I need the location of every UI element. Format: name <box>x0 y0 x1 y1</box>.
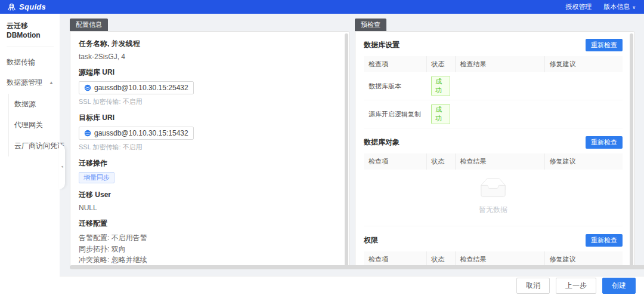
task-name-field: 任务名称, 并发线程 task-2SisGJ, 4 <box>79 39 338 61</box>
config-line: 告警配置: 不启用告警 <box>79 232 338 244</box>
sidebar: 云迁移 DBMotion 数据传输 数据源管理 ▲ 数据源 代理网关 云厂商访问… <box>0 14 60 295</box>
status-badge: 成功 <box>431 76 450 96</box>
precheck-panel: 预检查 数据库设置 重新检查 检查项 状态 检查结果 修复建议 <box>355 19 635 276</box>
field-label: 迁移操作 <box>79 158 338 168</box>
sidebar-collapse-handle[interactable]: ◂ <box>59 144 65 189</box>
task-name-value: task-2SisGJ, 4 <box>79 53 338 61</box>
config-card: 任务名称, 并发线程 task-2SisGJ, 4 源端库 URI gaussd… <box>70 31 350 269</box>
recheck-button[interactable]: 重新检查 <box>586 39 623 51</box>
empty-state: 暂无数据 <box>364 170 623 226</box>
migration-operation-field: 迁移操作 增量同步 <box>79 158 338 183</box>
migration-config-lines: 告警配置: 不启用告警 同步拓扑: 双向 冲突策略: 忽略并继续 是否过滤 DD… <box>79 232 338 269</box>
create-button[interactable]: 创建 <box>602 278 636 294</box>
top-nav: 授权管理 版本信息 ∨ <box>565 2 636 11</box>
sidebar-item-cloud-credentials[interactable]: 云厂商访问凭证 <box>14 136 54 156</box>
gaussdb-icon <box>84 130 91 137</box>
fix-suggestion <box>544 72 623 100</box>
sidebar-item-datasource-mgmt[interactable]: 数据源管理 ▲ <box>7 78 54 88</box>
field-label: 任务名称, 并发线程 <box>79 39 338 49</box>
main-content: 配置信息 任务名称, 并发线程 task-2SisGJ, 4 源端库 URI g… <box>60 14 644 276</box>
col-status: 状态 <box>426 56 455 72</box>
precheck-card: 数据库设置 重新检查 检查项 状态 检查结果 修复建议 数据库版本 成功 <box>355 31 635 269</box>
field-label: 源端库 URI <box>79 67 338 78</box>
source-ssl-note: SSL 加密传输: 不启用 <box>79 97 338 106</box>
tab-precheck[interactable]: 预检查 <box>355 19 386 31</box>
check-table: 检查项 状态 检查结果 修复建议 <box>364 153 623 170</box>
section-database-objects: 数据库对象 重新检查 检查项 状态 检查结果 修复建议 <box>364 136 623 226</box>
vertical-scrollbar[interactable] <box>345 33 348 266</box>
source-uri-field: 源端库 URI gaussdb@10.10.30.15:25432 SSL 加密… <box>79 67 338 106</box>
col-check-item: 检查项 <box>364 56 426 72</box>
check-item: 源库开启逻辑复制 <box>364 100 426 128</box>
sidebar-subgroup: 数据源 代理网关 云厂商访问凭证 <box>8 94 54 156</box>
section-database-settings: 数据库设置 重新检查 检查项 状态 检查结果 修复建议 数据库版本 成功 <box>364 39 623 128</box>
nav-license-label: 授权管理 <box>565 2 592 11</box>
previous-step-button[interactable]: 上一步 <box>556 278 596 294</box>
recheck-button[interactable]: 重新检查 <box>586 234 623 247</box>
table-row: 源库开启逻辑复制 成功 <box>364 100 623 128</box>
table-row: 数据库版本 成功 <box>364 72 623 100</box>
caret-up-icon: ▲ <box>49 80 54 85</box>
nav-version-label: 版本信息 <box>603 2 630 11</box>
col-check-result: 检查结果 <box>455 153 544 170</box>
target-uri-field: 目标库 URI gaussdb@10.10.30.15:15432 SSL 加密… <box>79 113 338 152</box>
sidebar-item-label: 数据传输 <box>7 57 35 67</box>
horizontal-scrollbar[interactable] <box>70 265 644 269</box>
config-line: 冲突策略: 忽略并继续 <box>79 254 338 266</box>
brand-name: Squids <box>19 2 46 11</box>
section-title: 数据库设置 <box>364 40 400 50</box>
col-check-item: 检查项 <box>364 153 426 170</box>
sidebar-item-datasource[interactable]: 数据源 <box>14 94 54 115</box>
status-badge: 成功 <box>431 104 450 124</box>
cancel-button[interactable]: 取消 <box>516 278 550 294</box>
squid-logo-icon <box>7 2 16 11</box>
check-item: 数据库版本 <box>364 72 426 100</box>
sidebar-item-data-transfer[interactable]: 数据传输 <box>7 57 54 67</box>
check-table: 检查项 状态 检查结果 修复建议 数据库版本 成功 源库开启逻 <box>364 56 623 128</box>
recheck-button[interactable]: 重新检查 <box>586 136 623 149</box>
config-panel: 配置信息 任务名称, 并发线程 task-2SisGJ, 4 源端库 URI g… <box>70 19 350 276</box>
nav-version[interactable]: 版本信息 ∨ <box>603 2 636 11</box>
target-uri-chip: gaussdb@10.10.30.15:15432 <box>79 127 194 140</box>
source-uri-chip: gaussdb@10.10.30.15:25432 <box>79 81 194 94</box>
section-permissions: 权限 重新检查 检查项 状态 检查结果 修复建议 读取目标端必要的系统表权限 <box>364 234 623 269</box>
incremental-sync-badge: 增量同步 <box>79 172 114 183</box>
sidebar-title: 云迁移 DBMotion <box>7 21 54 47</box>
col-fix-suggestion: 修复建议 <box>544 56 623 72</box>
col-status: 状态 <box>426 153 455 170</box>
fix-suggestion <box>544 100 623 128</box>
migration-user-field: 迁移 User NULL <box>79 190 338 212</box>
empty-inbox-icon <box>476 178 510 199</box>
vertical-scrollbar[interactable] <box>630 33 633 266</box>
section-title: 权限 <box>364 235 378 245</box>
empty-text: 暂无数据 <box>364 205 623 215</box>
col-fix-suggestion: 修复建议 <box>544 153 623 170</box>
footer-bar: 取消 上一步 创建 <box>60 276 644 295</box>
gaussdb-icon <box>84 84 91 91</box>
check-result <box>455 72 544 100</box>
migration-user-value: NULL <box>79 204 338 212</box>
sidebar-item-proxy-gateway[interactable]: 代理网关 <box>14 115 54 136</box>
section-title: 数据库对象 <box>364 137 400 148</box>
sidebar-item-label: 数据源管理 <box>7 78 42 88</box>
target-uri-text: gaussdb@10.10.30.15:15432 <box>94 129 188 137</box>
brand: Squids <box>7 2 46 11</box>
field-label: 目标库 URI <box>79 113 338 123</box>
migration-config-field: 迁移配置 告警配置: 不启用告警 同步拓扑: 双向 冲突策略: 忽略并继续 是否… <box>79 219 338 269</box>
field-label: 迁移配置 <box>79 219 338 229</box>
config-line: 同步拓扑: 双向 <box>79 244 338 255</box>
check-result <box>455 100 544 128</box>
field-label: 迁移 User <box>79 190 338 200</box>
chevron-down-icon: ∨ <box>632 5 636 10</box>
col-check-result: 检查结果 <box>455 56 544 72</box>
tab-config-info[interactable]: 配置信息 <box>70 19 108 31</box>
source-uri-text: gaussdb@10.10.30.15:25432 <box>94 84 188 92</box>
target-ssl-note: SSL 加密传输: 不启用 <box>79 143 338 152</box>
nav-license[interactable]: 授权管理 <box>565 2 592 11</box>
top-bar: Squids 授权管理 版本信息 ∨ <box>0 0 644 14</box>
